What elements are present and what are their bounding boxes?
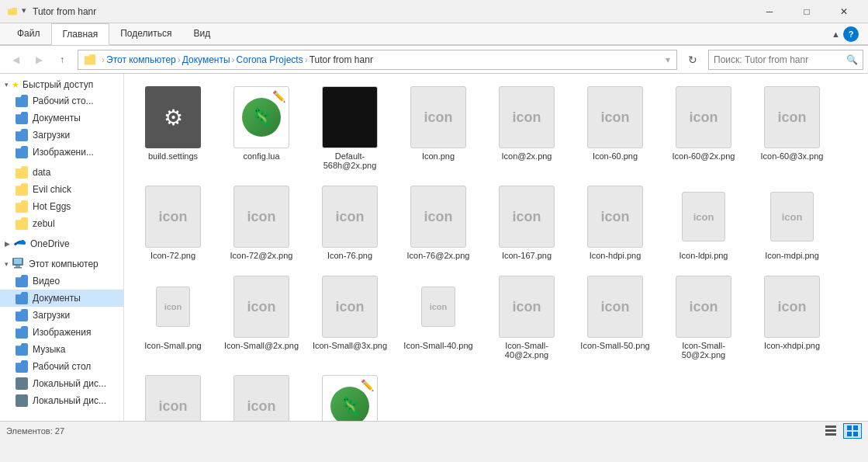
config-lua-icon: 🦎 ✏️ bbox=[230, 86, 292, 148]
file-item-icon-small-50-2x[interactable]: icon Icon-Small-50@2x.png bbox=[661, 269, 746, 366]
forward-button[interactable]: ▶ bbox=[28, 49, 50, 71]
tab-share[interactable]: Поделиться bbox=[109, 23, 182, 44]
icon-60-2x-name: Icon-60@2x.png bbox=[673, 151, 735, 161]
sidebar-item-documents[interactable]: Документы bbox=[0, 109, 123, 127]
file-item-icon-xxxhdpi[interactable]: icon Icon-xxxhdpi.png bbox=[219, 369, 304, 421]
onedrive-header[interactable]: ▶ OneDrive bbox=[0, 235, 123, 252]
quick-access-header[interactable]: ▾ ★ Быстрый доступ bbox=[0, 77, 123, 92]
icon-file-small: icon bbox=[156, 287, 190, 327]
file-item-icon-167[interactable]: icon Icon-167.png bbox=[484, 179, 569, 266]
user-icon[interactable]: ? bbox=[843, 26, 859, 42]
file-item-icon-small-40[interactable]: icon Icon-Small-40.png bbox=[396, 269, 481, 366]
sidebar-item-hot-eggs[interactable]: Hot Eggs bbox=[0, 198, 123, 215]
icon-file-xxxhdpi: icon bbox=[233, 375, 289, 421]
address-path[interactable]: › Этот компьютер › Документы › Corona Pr… bbox=[78, 50, 677, 70]
computer-icon bbox=[12, 258, 24, 270]
this-pc-header[interactable]: ▾ Этот компьютер bbox=[0, 255, 123, 273]
sidebar-item-downloads-pc-label: Загрузки bbox=[33, 310, 70, 321]
sidebar-item-video[interactable]: Видео bbox=[0, 273, 123, 290]
file-item-build-settings[interactable]: ⚙ build.settings bbox=[130, 80, 216, 176]
sidebar-item-desktop-pc[interactable]: Рабочий стол bbox=[0, 358, 123, 375]
title-bar: ▾ Tutor from hanr ─ □ ✕ bbox=[0, 0, 868, 23]
sidebar-item-documents-label: Документы bbox=[33, 113, 81, 123]
minimize-button[interactable]: ─ bbox=[752, 0, 787, 23]
sidebar-item-downloads[interactable]: Загрузки bbox=[0, 127, 123, 144]
path-item-corona[interactable]: Corona Projects bbox=[237, 54, 303, 65]
path-item-docs[interactable]: Документы bbox=[182, 54, 230, 65]
sidebar-item-images[interactable]: Изображени... bbox=[0, 144, 123, 161]
file-item-icon-small-40-2x[interactable]: icon Icon-Small-40@2x.png bbox=[484, 269, 569, 366]
sidebar-item-music[interactable]: Музыка bbox=[0, 341, 123, 358]
icon-small-3x-icon: icon bbox=[319, 276, 381, 338]
build-settings-icon: ⚙ bbox=[142, 86, 204, 148]
file-item-icon-76[interactable]: icon Icon-76.png bbox=[307, 179, 393, 266]
file-item-icon-76-2x[interactable]: icon Icon-76@2x.png bbox=[396, 179, 481, 266]
evil-chick-folder-icon bbox=[16, 183, 28, 196]
quick-access-section: ▾ ★ Быстрый доступ Рабочий сто... Докуме… bbox=[0, 77, 123, 161]
close-button[interactable]: ✕ bbox=[826, 0, 862, 23]
sidebar-item-drive-c[interactable]: Локальный дис... bbox=[0, 375, 123, 392]
icon-hdpi-name: Icon-hdpi.png bbox=[590, 251, 641, 260]
sidebar-item-docs-pc-label: Документы bbox=[33, 293, 81, 304]
file-item-icon-small[interactable]: icon Icon-Small.png bbox=[130, 269, 216, 366]
title-arrow: ▾ bbox=[22, 5, 26, 18]
file-item-icon-mdpi[interactable]: icon Icon-mdpi.png bbox=[749, 179, 835, 266]
sidebar-item-docs-pc[interactable]: Документы bbox=[0, 290, 123, 307]
tab-view[interactable]: Вид bbox=[182, 23, 221, 44]
sidebar-item-evil-chick[interactable]: Evil chick bbox=[0, 181, 123, 198]
file-item-icon-xhdpi[interactable]: icon Icon-xhdpi.png bbox=[749, 269, 835, 366]
onedrive-section: ▶ OneDrive bbox=[0, 235, 123, 252]
title-controls[interactable]: ─ □ ✕ bbox=[752, 0, 862, 23]
file-item-icon-ldpi[interactable]: icon Icon-ldpi.png bbox=[661, 179, 746, 266]
icon-file-ldpi: icon bbox=[682, 192, 725, 241]
path-item-pc[interactable]: Этот компьютер bbox=[106, 54, 176, 65]
file-area: ⚙ build.settings 🦎 ✏️ config.lua bbox=[124, 74, 868, 421]
file-item-default-png[interactable]: Default-568h@2x.png bbox=[307, 80, 393, 176]
file-item-icon-60-2x[interactable]: icon Icon-60@2x.png bbox=[661, 80, 746, 176]
file-item-icon-72[interactable]: icon Icon-72.png bbox=[130, 179, 216, 266]
up-button[interactable]: ↑ bbox=[51, 49, 73, 71]
tab-file[interactable]: Файл bbox=[6, 23, 51, 44]
status-bar-right bbox=[821, 423, 862, 439]
icon-72-name: Icon-72.png bbox=[150, 251, 195, 260]
icon-xhdpi-icon: icon bbox=[761, 276, 823, 338]
path-dropdown-icon[interactable]: ▾ bbox=[666, 54, 670, 65]
file-item-icon-60-3x[interactable]: icon Icon-60@3x.png bbox=[749, 80, 835, 176]
sidebar-item-drive-d[interactable]: Локальный дис... bbox=[0, 392, 123, 409]
search-input[interactable] bbox=[714, 54, 846, 65]
file-item-icon-small-50[interactable]: icon Icon-Small-50.png bbox=[572, 269, 658, 366]
view-list-button[interactable] bbox=[821, 423, 840, 439]
view-grid-button[interactable] bbox=[843, 423, 862, 439]
sidebar-item-data[interactable]: data bbox=[0, 164, 123, 181]
file-item-icon-xxhdpi[interactable]: icon Icon-xxhdpi.png bbox=[130, 369, 216, 421]
this-pc-arrow: ▾ bbox=[5, 260, 9, 268]
notepad-badge: 🦎 bbox=[242, 98, 281, 137]
sidebar-item-desktop[interactable]: Рабочий сто... bbox=[0, 92, 123, 109]
ribbon-arrow-icon[interactable]: ▲ bbox=[832, 30, 840, 39]
file-item-icon-72-2x[interactable]: icon Icon-72@2x.png bbox=[219, 179, 304, 266]
file-item-icon-small-3x[interactable]: icon Icon-Small@3x.png bbox=[307, 269, 393, 366]
refresh-button[interactable]: ↻ bbox=[682, 49, 704, 71]
sidebar-item-zebul[interactable]: zebul bbox=[0, 215, 123, 232]
ribbon-tabs: Файл Главная Поделиться Вид ▲ ? bbox=[0, 23, 868, 45]
file-item-config-lua[interactable]: 🦎 ✏️ config.lua bbox=[219, 80, 304, 176]
address-bar: ◀ ▶ ↑ › Этот компьютер › Документы › Cor… bbox=[0, 46, 868, 74]
sidebar-item-images-pc[interactable]: Изображения bbox=[0, 324, 123, 341]
file-item-icon-png[interactable]: icon Icon.png bbox=[396, 80, 481, 176]
search-box[interactable]: 🔍 bbox=[708, 50, 863, 70]
file-item-icon-small-2x[interactable]: icon Icon-Small@2x.png bbox=[219, 269, 304, 366]
sidebar-item-downloads-pc[interactable]: Загрузки bbox=[0, 307, 123, 324]
icon-file-small-50-2x: icon bbox=[676, 276, 731, 338]
drive-c-icon bbox=[16, 377, 28, 390]
sidebar-item-desktop-label: Рабочий сто... bbox=[33, 96, 94, 106]
tab-home[interactable]: Главная bbox=[51, 23, 110, 45]
file-item-icon-60[interactable]: icon Icon-60.png bbox=[572, 80, 658, 176]
sidebar-item-downloads-label: Загрузки bbox=[33, 130, 70, 141]
maximize-button[interactable]: □ bbox=[789, 0, 825, 23]
sidebar-item-drive-c-label: Локальный дис... bbox=[33, 378, 106, 389]
file-item-icon-2x[interactable]: icon Icon@2x.png bbox=[484, 80, 569, 176]
file-item-icon-hdpi[interactable]: icon Icon-hdpi.png bbox=[572, 179, 658, 266]
file-item-main-lua[interactable]: 🦎 ✏️ main.lua bbox=[307, 369, 393, 421]
notepad-icon: 🦎 ✏️ bbox=[233, 86, 289, 148]
back-button[interactable]: ◀ bbox=[5, 49, 26, 71]
